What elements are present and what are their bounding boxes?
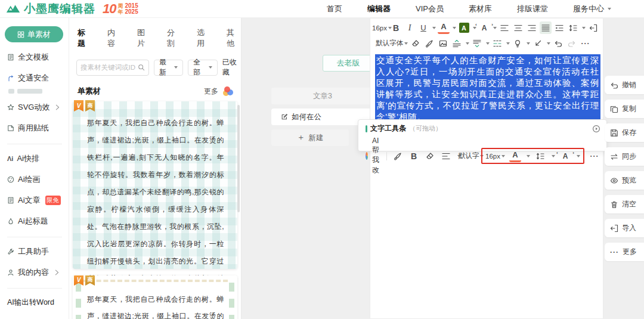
highlighted-controls-group: 16px A ‹A› (481, 148, 584, 164)
copy-action-button[interactable]: 复制 (605, 100, 644, 118)
filter-all-dropdown[interactable]: 全部 (188, 60, 217, 76)
sidebar-item-my-content[interactable]: 我的内容 (7, 267, 69, 278)
sidebar-item-tool-assistant[interactable]: 工具助手 (7, 246, 69, 257)
italic-button[interactable]: I (404, 21, 416, 34)
sidebar-item-full-template[interactable]: 全文模板 (7, 52, 69, 63)
star-icon (7, 104, 14, 111)
import-action-button[interactable]: 导入 (605, 219, 644, 237)
favorited-link[interactable]: 已收藏 (222, 57, 241, 78)
format-brush-button[interactable] (423, 37, 435, 49)
more-link[interactable]: 更多 (204, 86, 218, 97)
user-icon (7, 269, 14, 276)
materials-scrollbar[interactable] (237, 105, 240, 212)
font-color-button[interactable]: A (509, 150, 521, 162)
tab-image[interactable]: 图片 (137, 27, 151, 49)
undo-button[interactable] (552, 37, 564, 49)
tab-content[interactable]: 内容 (107, 27, 122, 49)
line-height-button[interactable] (534, 150, 546, 162)
sidebar-item-ai-painting[interactable]: Ai绘画 (7, 174, 69, 185)
redo-button[interactable] (566, 37, 578, 49)
ai-output-to-word-link[interactable]: AI输出转Word (7, 298, 69, 308)
more-action-button[interactable]: ···更多 (605, 243, 644, 261)
tab-other[interactable]: 其他 (227, 27, 241, 49)
line-height-icon (569, 24, 577, 32)
nav-typeset-class[interactable]: 排版课堂 (517, 4, 548, 14)
font-color-button[interactable]: A (438, 21, 450, 34)
top-header: 小墨鹰编辑器 10 周 年 2015 2025 首页 编辑器 VIP会员 素材库… (0, 0, 644, 18)
floating-toolbar-header: 文字工具条 （可拖动） (366, 123, 600, 134)
material-card[interactable]: V 商 那年夏天，我把自己种成会行走的树。蝉声，缝进裙边;光斑，缀上袖口。在发烫… (73, 275, 237, 319)
chevron-down-icon (582, 27, 586, 29)
align-center-icon (514, 24, 522, 32)
insert-image-button[interactable] (437, 37, 449, 49)
line-height-button[interactable] (567, 21, 579, 34)
play-circle-icon[interactable] (592, 125, 600, 133)
sidebar-item-ai-title[interactable]: Ai起标题 (7, 216, 69, 227)
nav-editor[interactable]: 编辑器 (367, 4, 391, 14)
bold-button[interactable]: B (390, 21, 402, 34)
font-family-select[interactable]: 默认字体 (376, 37, 408, 49)
doc-tab-article3[interactable]: 文章3 (271, 88, 374, 104)
search-box[interactable] (76, 60, 149, 76)
align-left-button[interactable] (499, 21, 510, 34)
more-tools-button[interactable]: ··· (580, 37, 592, 49)
save-action-button[interactable]: 保存 (605, 123, 644, 142)
sort-newest-dropdown[interactable]: 最新 (154, 60, 183, 76)
ai-rewrite-button[interactable]: AI帮我改 (372, 137, 381, 175)
font-size-select[interactable]: 16px (376, 21, 388, 34)
sidebar-item-commercial-stickers[interactable]: 商用贴纸 (7, 123, 69, 134)
clear-action-button[interactable]: 清空 (605, 195, 644, 213)
align-right-button[interactable] (526, 21, 538, 34)
nav-service-center[interactable]: 服务中心 (573, 4, 611, 14)
exit-indent-button[interactable] (587, 21, 599, 34)
app-logo[interactable]: 小墨鹰编辑器 (0, 1, 95, 17)
letter-spacing-button[interactable]: ‹A› (559, 150, 571, 162)
material-card[interactable]: V 商 那年夏天，我把自己种成会行走的树。蝉声，缝进裙边;光斑，缀上袖口。在发烫… (73, 101, 237, 269)
sidebar-item-ai-quick-layout[interactable]: Λi Ai快排 (7, 153, 69, 164)
more-tools-button[interactable]: ··· (589, 150, 600, 162)
tab-divider[interactable]: 分割 (167, 27, 181, 49)
letter-spacing-button[interactable]: ‹A› (478, 21, 490, 34)
nav-home[interactable]: 首页 (327, 4, 342, 14)
sidebar-item-ai-article[interactable]: Ai文章 限免 (7, 195, 69, 206)
bold-button[interactable]: B (408, 150, 420, 162)
brush-icon (425, 39, 434, 48)
sidebar-item-traffic-safety[interactable]: 交通安全 (7, 73, 69, 83)
margin-top-button[interactable] (451, 37, 463, 49)
idea-button[interactable] (512, 37, 524, 49)
tab-title[interactable]: 标题 (78, 27, 92, 49)
nav-vip[interactable]: VIP会员 (416, 4, 444, 14)
sidebar-item-svg-effects[interactable]: SVG动效 (7, 102, 69, 113)
sidebar-item-single-material[interactable]: 单素材 (5, 26, 63, 42)
paragraph-spacing-button[interactable] (491, 37, 503, 49)
underline-button[interactable]: U (417, 21, 429, 34)
clear-format-button[interactable] (424, 150, 436, 162)
floating-text-toolbar[interactable]: 文字工具条 （可拖动） AI帮我改 B 默认字 16px A ‹A› (358, 119, 607, 151)
font-size-select[interactable]: 16px (485, 150, 505, 162)
ai-sparkle-icon (366, 152, 368, 160)
sync-action-button[interactable]: 同步 (605, 147, 644, 166)
align-center-button[interactable] (512, 21, 524, 34)
highlight-color-button[interactable]: A (458, 21, 470, 34)
sidebar-divider (7, 237, 62, 237)
color-palette-icon[interactable] (223, 86, 234, 96)
align-justify-icon (541, 24, 550, 32)
search-input[interactable] (80, 64, 138, 71)
insert-position-button[interactable] (532, 37, 544, 49)
font-family-select[interactable]: 默认字 (465, 150, 477, 162)
indent-button[interactable] (553, 21, 565, 34)
format-brush-button[interactable] (392, 150, 404, 162)
align-justify-button[interactable] (540, 21, 552, 34)
margin-bottom-button[interactable] (471, 37, 483, 49)
preview-action-button[interactable]: 预览 (605, 171, 644, 190)
nav-material-library[interactable]: 素材库 (469, 4, 492, 14)
tab-selected[interactable]: 选用 (197, 27, 211, 49)
clear-format-button[interactable] (410, 37, 422, 49)
eraser-icon (411, 39, 420, 48)
new-doc-button[interactable]: ＋ 新建 (271, 129, 349, 146)
undo-action-button[interactable]: 撤销 (605, 76, 644, 94)
legacy-version-button[interactable]: 去老版 (323, 55, 374, 72)
align-button[interactable] (440, 150, 452, 162)
selected-paragraph[interactable]: 交通安全关乎每个人的生命财产安全，如何让宣传更深入人心?近日，一场别开生面的交通… (375, 54, 600, 123)
palette-icon (7, 176, 14, 183)
